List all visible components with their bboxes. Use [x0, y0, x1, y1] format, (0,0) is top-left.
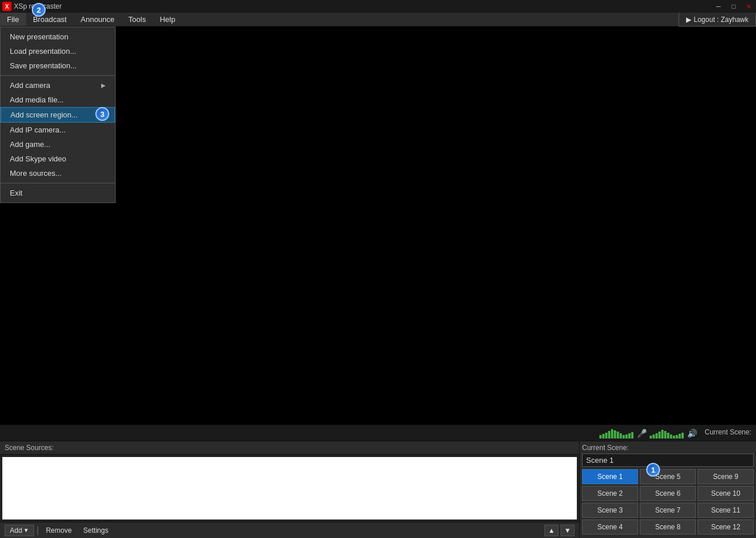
scene-button-10[interactable]: Scene 10 [698, 486, 754, 501]
menu-help[interactable]: Help [153, 13, 182, 26]
menu-file[interactable]: File [0, 13, 26, 26]
meter-seg [653, 434, 655, 438]
close-button[interactable]: ✕ [741, 0, 756, 13]
menu-broadcast-label: Broadcast [33, 15, 67, 24]
left-meter-group [599, 428, 633, 438]
menu-help-label: Help [160, 15, 175, 24]
menu-item-add-skype-video[interactable]: Add Skype video [1, 152, 115, 166]
menubar: File Broadcast Announce Tools Help ▶ Log… [0, 13, 756, 27]
menu-announce[interactable]: Announce [74, 13, 122, 26]
sources-toolbar: Add ▼ | Remove Settings ▲ ▼ [0, 522, 579, 538]
meter-seg [628, 433, 631, 438]
add-button[interactable]: Add ▼ [5, 525, 34, 536]
sources-list [2, 457, 577, 519]
menu-separator-1 [1, 75, 115, 76]
titlebar: X XSp roadcaster ─ □ ✕ [0, 0, 756, 13]
meter-seg [602, 434, 605, 438]
toolbar-separator: | [36, 525, 39, 536]
scene-button-3[interactable]: Scene 3 [582, 503, 638, 518]
move-up-button[interactable]: ▲ [544, 525, 558, 536]
current-scene-input[interactable] [582, 454, 754, 467]
menu-item-exit[interactable]: Exit [1, 186, 115, 200]
meter-seg [670, 434, 672, 438]
meter-seg [673, 436, 675, 438]
meter-seg [655, 433, 658, 438]
add-label: Add [10, 526, 22, 535]
scene-button-12[interactable]: Scene 12 [698, 519, 754, 535]
meter-seg [681, 433, 684, 438]
menu-item-new-presentation[interactable]: New presentation [1, 30, 115, 44]
current-scene-label: Current Scene: [705, 428, 751, 436]
right-meter-group [650, 428, 684, 438]
menu-item-add-media-file[interactable]: Add media file... [1, 93, 115, 107]
meter-seg [679, 434, 681, 438]
meter-seg [605, 433, 607, 438]
meter-seg [622, 435, 625, 438]
meter-seg [617, 432, 619, 438]
meter-seg [631, 432, 633, 438]
scene-button-11[interactable]: Scene 11 [698, 503, 754, 518]
window-controls: ─ □ ✕ [711, 0, 756, 13]
minimize-button[interactable]: ─ [711, 0, 726, 13]
meter-seg [650, 436, 652, 438]
menu-file-label: File [7, 15, 19, 24]
menu-item-add-game[interactable]: Add game... [1, 137, 115, 152]
scene-button-7[interactable]: Scene 7 [640, 503, 696, 518]
meter-seg [667, 433, 669, 438]
scene-button-5[interactable]: Scene 5 [640, 469, 696, 484]
meter-seg [658, 432, 661, 438]
app-icon-text: X [5, 3, 9, 10]
settings-label: Settings [83, 526, 108, 535]
meter-seg [608, 431, 610, 438]
left-meter-bars [599, 428, 633, 438]
scene-button-1[interactable]: Scene 1 [582, 469, 638, 484]
meter-seg [676, 435, 678, 438]
logout-label: Logout : Zayhawk [694, 16, 748, 24]
meter-bar: 🎤 🔊 Current Scene: [0, 425, 756, 441]
add-dropdown-arrow: ▼ [23, 527, 29, 533]
scene-button-9[interactable]: Scene 9 [698, 469, 754, 484]
menu-item-add-screen-region[interactable]: Add screen region... [1, 107, 115, 123]
microphone-icon: 🎤 [637, 429, 646, 438]
bottom-panel: 🎤 🔊 Current Scene: [0, 425, 756, 538]
meter-seg [614, 430, 616, 438]
current-scene-panel: Current Scene: Scene 1 Scene 5 Scene 9 S… [579, 441, 756, 538]
restore-button[interactable]: □ [726, 0, 741, 13]
current-scene-header-label: Current Scene: [582, 444, 629, 452]
move-down-button[interactable]: ▼ [561, 525, 575, 536]
meter-seg [611, 429, 613, 438]
submenu-arrow: ▶ [101, 82, 106, 89]
scene-button-4[interactable]: Scene 4 [582, 519, 638, 535]
meter-seg [661, 430, 664, 438]
scene-sources-label: Scene Sources: [0, 441, 579, 455]
meter-seg [664, 431, 666, 438]
remove-button[interactable]: Remove [41, 525, 76, 536]
menu-separator-2 [1, 183, 115, 183]
logout-icon: ▶ [686, 16, 691, 24]
meter-seg [620, 433, 622, 438]
settings-button[interactable]: Settings [79, 525, 113, 536]
scenes-grid: Scene 1 Scene 5 Scene 9 Scene 2 Scene 6 … [582, 469, 754, 535]
scene-button-2[interactable]: Scene 2 [582, 486, 638, 501]
speaker-icon: 🔊 [687, 429, 696, 438]
menu-item-save-presentation[interactable]: Save presentation... [1, 58, 115, 73]
app-title: XSp roadcaster [14, 2, 62, 10]
meter-seg [625, 434, 628, 438]
scene-button-6[interactable]: Scene 6 [640, 486, 696, 501]
menu-announce-label: Announce [81, 15, 115, 24]
sources-scene-container: Scene Sources: Add ▼ | Remove Settings ▲… [0, 441, 756, 538]
scene-sources-panel: Scene Sources: Add ▼ | Remove Settings ▲… [0, 441, 579, 538]
logout-button[interactable]: ▶ Logout : Zayhawk [679, 13, 756, 27]
menu-item-add-camera[interactable]: Add camera ▶ [1, 78, 115, 93]
menu-broadcast[interactable]: Broadcast [26, 13, 74, 26]
remove-label: Remove [46, 526, 72, 535]
file-dropdown-menu: New presentation Load presentation... Sa… [0, 27, 116, 203]
meter-seg [599, 435, 602, 438]
menu-item-load-presentation[interactable]: Load presentation... [1, 44, 115, 58]
scene-button-8[interactable]: Scene 8 [640, 519, 696, 535]
right-meter-bars [650, 428, 684, 438]
menu-tools[interactable]: Tools [121, 13, 153, 26]
app-icon: X [2, 2, 12, 11]
menu-item-add-ip-camera[interactable]: Add IP camera... [1, 123, 115, 137]
menu-item-more-sources[interactable]: More sources... [1, 166, 115, 180]
